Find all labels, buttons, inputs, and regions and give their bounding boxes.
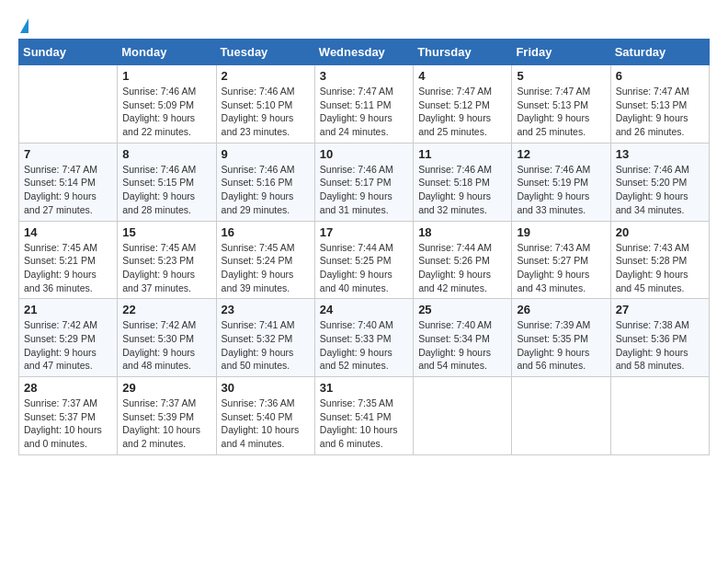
calendar-cell: 20 Sunrise: 7:43 AM Sunset: 5:28 PM Dayl… (610, 221, 709, 299)
day-number: 5 (517, 69, 605, 83)
sunset-label: Sunset: 5:14 PM (24, 177, 96, 188)
daylight-label: Daylight: 9 hours and 28 minutes. (122, 190, 195, 215)
weekday-header-row: SundayMondayTuesdayWednesdayThursdayFrid… (19, 40, 710, 65)
daylight-label: Daylight: 10 hours and 0 minutes. (24, 424, 102, 449)
daylight-label: Daylight: 9 hours and 29 minutes. (222, 190, 294, 215)
calendar-cell (414, 377, 512, 455)
sunset-label: Sunset: 5:21 PM (24, 255, 96, 266)
day-number: 15 (122, 225, 210, 239)
day-info: Sunrise: 7:46 AM Sunset: 5:19 PM Dayligh… (517, 163, 605, 217)
day-number: 10 (320, 147, 408, 161)
daylight-label: Daylight: 9 hours and 45 minutes. (616, 269, 688, 293)
calendar-cell: 2 Sunrise: 7:46 AM Sunset: 5:10 PM Dayli… (216, 65, 314, 144)
sunset-label: Sunset: 5:20 PM (616, 177, 688, 188)
day-info: Sunrise: 7:45 AM Sunset: 5:23 PM Dayligh… (122, 241, 210, 295)
daylight-label: Daylight: 9 hours and 42 minutes. (418, 269, 491, 293)
daylight-label: Daylight: 9 hours and 48 minutes. (122, 347, 195, 372)
day-info: Sunrise: 7:46 AM Sunset: 5:20 PM Dayligh… (616, 163, 704, 217)
sunset-label: Sunset: 5:19 PM (517, 177, 588, 188)
sunrise-label: Sunrise: 7:38 AM (616, 319, 689, 330)
calendar-week-row: 1 Sunrise: 7:46 AM Sunset: 5:09 PM Dayli… (19, 65, 710, 144)
sunrise-label: Sunrise: 7:45 AM (122, 242, 196, 253)
day-number: 30 (222, 381, 310, 395)
weekday-header-saturday: Saturday (610, 40, 709, 65)
weekday-header-monday: Monday (118, 40, 216, 65)
day-info: Sunrise: 7:45 AM Sunset: 5:21 PM Dayligh… (24, 241, 112, 295)
weekday-header-sunday: Sunday (19, 40, 118, 65)
sunset-label: Sunset: 5:26 PM (418, 255, 490, 266)
calendar-cell: 25 Sunrise: 7:40 AM Sunset: 5:34 PM Dayl… (414, 299, 512, 377)
day-info: Sunrise: 7:46 AM Sunset: 5:18 PM Dayligh… (418, 163, 506, 217)
day-number: 24 (320, 303, 408, 316)
weekday-header-thursday: Thursday (414, 40, 512, 65)
sunrise-label: Sunrise: 7:46 AM (122, 164, 196, 175)
sunset-label: Sunset: 5:32 PM (222, 333, 293, 344)
day-number: 3 (320, 69, 408, 83)
calendar-cell: 29 Sunrise: 7:37 AM Sunset: 5:39 PM Dayl… (118, 377, 216, 455)
day-info: Sunrise: 7:47 AM Sunset: 5:13 PM Dayligh… (616, 85, 704, 139)
daylight-label: Daylight: 9 hours and 50 minutes. (222, 347, 294, 372)
daylight-label: Daylight: 9 hours and 34 minutes. (616, 190, 688, 215)
weekday-header-friday: Friday (512, 40, 610, 65)
calendar-cell: 9 Sunrise: 7:46 AM Sunset: 5:16 PM Dayli… (216, 143, 314, 221)
daylight-label: Daylight: 9 hours and 58 minutes. (616, 347, 688, 372)
day-number: 22 (122, 303, 210, 316)
day-info: Sunrise: 7:45 AM Sunset: 5:24 PM Dayligh… (222, 241, 310, 295)
sunrise-label: Sunrise: 7:47 AM (24, 164, 97, 175)
sunset-label: Sunset: 5:34 PM (418, 333, 490, 344)
calendar-week-row: 28 Sunrise: 7:37 AM Sunset: 5:37 PM Dayl… (19, 377, 710, 455)
calendar-cell: 31 Sunrise: 7:35 AM Sunset: 5:41 PM Dayl… (314, 377, 413, 455)
day-number: 9 (222, 147, 310, 161)
day-number: 28 (24, 381, 112, 395)
daylight-label: Daylight: 10 hours and 2 minutes. (122, 424, 200, 449)
daylight-label: Daylight: 9 hours and 33 minutes. (517, 190, 589, 215)
sunset-label: Sunset: 5:37 PM (24, 411, 96, 422)
day-number: 7 (24, 147, 112, 161)
daylight-label: Daylight: 9 hours and 27 minutes. (24, 190, 97, 215)
weekday-header-tuesday: Tuesday (216, 40, 314, 65)
day-info: Sunrise: 7:37 AM Sunset: 5:39 PM Dayligh… (122, 396, 210, 451)
day-number: 2 (222, 69, 310, 83)
calendar-cell: 30 Sunrise: 7:36 AM Sunset: 5:40 PM Dayl… (216, 377, 314, 455)
sunset-label: Sunset: 5:36 PM (616, 333, 688, 344)
day-number: 17 (320, 225, 408, 239)
daylight-label: Daylight: 9 hours and 26 minutes. (616, 112, 688, 137)
sunset-label: Sunset: 5:13 PM (616, 99, 688, 110)
day-number: 13 (616, 147, 704, 161)
daylight-label: Daylight: 10 hours and 6 minutes. (320, 424, 398, 449)
day-number: 20 (616, 225, 704, 239)
calendar-cell: 23 Sunrise: 7:41 AM Sunset: 5:32 PM Dayl… (216, 299, 314, 377)
daylight-label: Daylight: 9 hours and 25 minutes. (517, 112, 589, 137)
sunset-label: Sunset: 5:33 PM (320, 333, 392, 344)
day-number: 26 (517, 303, 605, 316)
day-info: Sunrise: 7:46 AM Sunset: 5:15 PM Dayligh… (122, 163, 210, 217)
day-info: Sunrise: 7:37 AM Sunset: 5:37 PM Dayligh… (24, 396, 112, 451)
calendar-cell: 16 Sunrise: 7:45 AM Sunset: 5:24 PM Dayl… (216, 221, 314, 299)
day-info: Sunrise: 7:40 AM Sunset: 5:34 PM Dayligh… (418, 318, 506, 373)
sunrise-label: Sunrise: 7:42 AM (24, 319, 97, 330)
logo-triangle-icon (20, 18, 28, 33)
calendar-cell (19, 65, 118, 144)
daylight-label: Daylight: 9 hours and 31 minutes. (320, 190, 392, 215)
sunrise-label: Sunrise: 7:47 AM (616, 86, 689, 97)
day-info: Sunrise: 7:46 AM Sunset: 5:09 PM Dayligh… (122, 85, 210, 139)
sunrise-label: Sunrise: 7:41 AM (222, 319, 295, 330)
sunrise-label: Sunrise: 7:40 AM (320, 319, 393, 330)
calendar-cell: 7 Sunrise: 7:47 AM Sunset: 5:14 PM Dayli… (19, 143, 118, 221)
sunrise-label: Sunrise: 7:42 AM (122, 319, 196, 330)
day-info: Sunrise: 7:43 AM Sunset: 5:27 PM Dayligh… (517, 241, 605, 295)
day-number: 23 (222, 303, 310, 316)
day-number: 31 (320, 381, 408, 395)
day-number: 19 (517, 225, 605, 239)
calendar-cell: 3 Sunrise: 7:47 AM Sunset: 5:11 PM Dayli… (314, 65, 413, 144)
sunrise-label: Sunrise: 7:44 AM (320, 242, 393, 253)
sunset-label: Sunset: 5:13 PM (517, 99, 588, 110)
calendar-cell: 26 Sunrise: 7:39 AM Sunset: 5:35 PM Dayl… (512, 299, 610, 377)
day-info: Sunrise: 7:47 AM Sunset: 5:14 PM Dayligh… (24, 163, 112, 217)
logo (18, 18, 30, 29)
day-number: 18 (418, 225, 506, 239)
calendar-week-row: 14 Sunrise: 7:45 AM Sunset: 5:21 PM Dayl… (19, 221, 710, 299)
weekday-header-wednesday: Wednesday (314, 40, 413, 65)
calendar-cell: 24 Sunrise: 7:40 AM Sunset: 5:33 PM Dayl… (314, 299, 413, 377)
sunset-label: Sunset: 5:18 PM (418, 177, 490, 188)
